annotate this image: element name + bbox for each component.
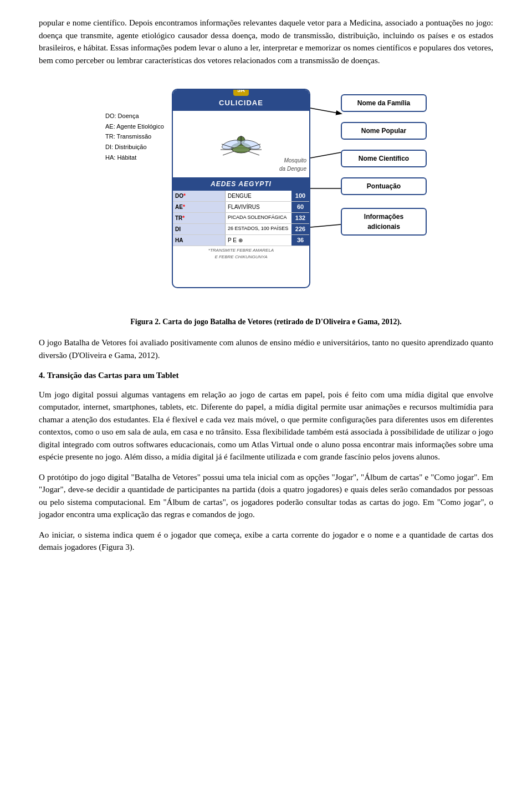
stat-row-do: DO* DENGUE 100 [173, 191, 309, 202]
stat-points-ae: 60 [291, 202, 309, 212]
legend-item-do: DO: Doença [105, 111, 169, 121]
stat-label-ha: P E ⊕ [226, 235, 291, 246]
svg-line-10 [248, 151, 259, 155]
stat-points-ha: 36 [291, 235, 309, 246]
paragraph-2: O jogo Batalha de Vetores foi avaliado p… [39, 336, 493, 361]
label-info: Informaçõesadicionais [341, 208, 427, 236]
paragraph-3: Um jogo digital possui algumas vantagens… [39, 389, 493, 463]
svg-line-17 [310, 224, 341, 227]
stat-points-di: 226 [291, 224, 309, 234]
label-popular: Nome Popular [341, 122, 427, 140]
stat-row-tr: TR* PICADA SOLENOFÁGICA 132 [173, 213, 309, 224]
section-heading: 4. Transição das Cartas para um Tablet [39, 369, 493, 382]
card-image-area: Mosquitoda Dengue [173, 111, 309, 177]
mosquito-illustration [211, 119, 272, 169]
svg-line-7 [223, 151, 234, 155]
label-scientific: Nome Científico [341, 150, 427, 167]
card-legend: DO: Doença AE: Agente Etiológico TR: Tra… [105, 111, 169, 162]
card-header-wrap: 5A CULICIDAE [173, 90, 309, 111]
paragraph-5: Ao iniciar, o sistema indica quem é o jo… [39, 529, 493, 554]
card-diagram: DO: Doença AE: Agente Etiológico TR: Tra… [105, 78, 427, 310]
legend-item-tr: TR: Transmissão [105, 131, 169, 142]
label-points: Pontuação [341, 177, 427, 195]
stat-points-tr: 132 [291, 213, 309, 223]
legend-item-ae: AE: Agente Etiológico [105, 121, 169, 132]
card-main: 5A CULICIDAE [172, 89, 310, 288]
paragraph-1: popular e nome científico. Depois encont… [39, 17, 493, 67]
svg-line-14 [310, 108, 341, 114]
card-labels: Nome da Família Nome Popular Nome Cientí… [341, 94, 427, 236]
figure-2: DO: Doença AE: Agente Etiológico TR: Tra… [39, 78, 493, 310]
card-scientific-name: AEDES AEGYPTI [173, 177, 309, 191]
stat-row-di: DI 26 ESTADOS, 100 PAÍSES 226 [173, 224, 309, 235]
stat-points-do: 100 [291, 191, 309, 201]
figure-caption-bold: Figura 2. Carta do jogo Batalha de Vetor… [130, 318, 401, 326]
stat-code-do: DO* [173, 191, 226, 201]
label-family: Nome da Família [341, 94, 427, 112]
stat-row-ae: AE* Flavivírus 60 [173, 202, 309, 213]
stat-code-tr: TR* [173, 213, 226, 223]
legend-item-di: DI: Distribuição [105, 142, 169, 152]
legend-item-ha: HA: Hábitat [105, 152, 169, 163]
stat-code-ha: HA [173, 235, 226, 246]
card-popular-name: Mosquitoda Dengue [279, 156, 306, 173]
card-footnote: *TRANSMITE FEBRE AMARELAE FEBRE CHIKUNGU… [173, 246, 309, 262]
stat-label-tr: PICADA SOLENOFÁGICA [226, 213, 291, 223]
figure-caption: Figura 2. Carta do jogo Batalha de Vetor… [39, 316, 493, 328]
paragraph-4: O protótipo do jogo digital "Batalha de … [39, 471, 493, 521]
stat-code-ae: AE* [173, 202, 226, 212]
stat-label-di: 26 ESTADOS, 100 PAÍSES [226, 224, 291, 234]
stat-row-ha: HA P E ⊕ 36 [173, 235, 309, 246]
card-badge: 5A [233, 89, 249, 96]
stat-label-ae: Flavivírus [226, 202, 291, 212]
card-stats: DO* DENGUE 100 AE* Flavivírus 60 TR* PIC… [173, 191, 309, 262]
stat-code-di: DI [173, 224, 226, 234]
stat-label-do: DENGUE [226, 191, 291, 201]
card-family-name: CULICIDAE [173, 95, 309, 111]
svg-line-15 [310, 152, 341, 158]
